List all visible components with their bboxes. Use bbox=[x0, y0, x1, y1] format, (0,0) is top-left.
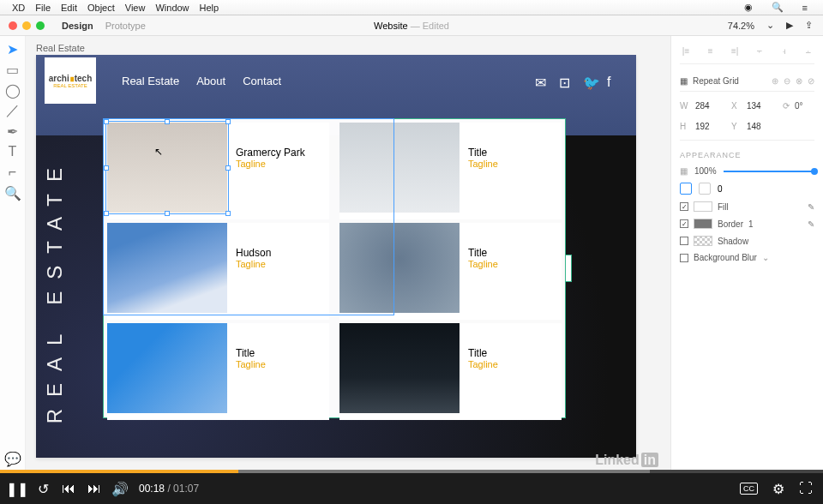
menu-help[interactable]: Help bbox=[200, 3, 219, 13]
minimize-button[interactable] bbox=[22, 21, 31, 30]
canvas[interactable]: Real Estate REAL ESTATE archi∎tech REAL … bbox=[26, 36, 670, 473]
boolean-exclude-icon[interactable]: ⊘ bbox=[808, 76, 814, 86]
height-input[interactable] bbox=[695, 119, 726, 133]
boolean-intersect-icon[interactable]: ⊗ bbox=[796, 76, 802, 86]
eyedropper-icon[interactable]: ✎ bbox=[808, 219, 814, 229]
tab-design[interactable]: Design bbox=[62, 21, 93, 31]
menu-app[interactable]: XD bbox=[12, 3, 25, 13]
grid-card: Gramercy ParkTagline bbox=[107, 123, 329, 219]
corner-same-icon[interactable] bbox=[680, 183, 692, 195]
card-tagline: Tagline bbox=[468, 259, 498, 269]
pen-tool[interactable]: ✒ bbox=[7, 125, 19, 137]
card-image bbox=[107, 323, 227, 413]
next-button[interactable]: ⏭ bbox=[87, 482, 101, 495]
watermark: Linkedin bbox=[593, 453, 658, 468]
video-progress[interactable] bbox=[0, 470, 823, 473]
corner-radius-input[interactable] bbox=[718, 184, 743, 194]
menu-window[interactable]: Window bbox=[155, 3, 189, 13]
pause-button[interactable]: ❚❚ bbox=[10, 482, 24, 495]
menu-view[interactable]: View bbox=[125, 3, 146, 13]
menu-file[interactable]: File bbox=[35, 3, 51, 13]
card-title: Title bbox=[236, 347, 266, 359]
comment-icon[interactable]: 💬 bbox=[7, 453, 19, 465]
opacity-value[interactable]: 100% bbox=[694, 166, 717, 176]
x-input[interactable] bbox=[747, 99, 778, 112]
zoom-level[interactable]: 74.2% bbox=[728, 21, 754, 31]
mac-menu-bar: XD File Edit Object View Window Help ◉ 🔍… bbox=[0, 0, 823, 15]
zoom-tool[interactable]: 🔍 bbox=[7, 187, 19, 199]
card-image bbox=[339, 223, 460, 313]
fill-checkbox[interactable]: ✓ bbox=[680, 202, 688, 211]
artboard-tool[interactable]: ⌐ bbox=[7, 166, 19, 178]
screencast-icon[interactable]: ◉ bbox=[744, 2, 753, 13]
shadow-checkbox[interactable] bbox=[680, 237, 688, 245]
twitter-icon: 🐦 bbox=[583, 75, 595, 87]
spotlight-icon[interactable]: 🔍 bbox=[772, 2, 784, 13]
document-title: Website — Edited bbox=[374, 21, 449, 31]
card-tagline: Tagline bbox=[468, 359, 498, 369]
repeat-grid-icon: ▦ bbox=[680, 76, 688, 86]
chevron-down-icon[interactable]: ⌄ bbox=[766, 20, 774, 31]
mail-icon: ✉ bbox=[535, 75, 547, 87]
grid-card: TitleTagline bbox=[339, 223, 562, 320]
border-swatch[interactable] bbox=[694, 219, 712, 229]
select-tool[interactable]: ➤ bbox=[7, 43, 19, 55]
card-tagline: Tagline bbox=[236, 159, 305, 169]
align-bottom-icon[interactable]: ⫠ bbox=[802, 45, 814, 57]
nav-link: Contact bbox=[243, 75, 281, 87]
border-checkbox[interactable]: ✓ bbox=[680, 219, 688, 228]
eyedropper-icon[interactable]: ✎ bbox=[808, 202, 814, 212]
text-tool[interactable]: T bbox=[7, 146, 19, 158]
cc-button[interactable]: CC bbox=[740, 483, 758, 495]
opacity-icon: ▦ bbox=[680, 166, 688, 176]
card-title: Hudson bbox=[236, 247, 271, 259]
fill-swatch[interactable] bbox=[694, 201, 712, 212]
line-tool[interactable]: ／ bbox=[7, 105, 19, 117]
rotate-icon[interactable]: ⟳ bbox=[783, 101, 790, 111]
prev-button[interactable]: ⏮ bbox=[62, 482, 75, 495]
y-input[interactable] bbox=[747, 119, 778, 133]
chevron-down-icon[interactable]: ⌄ bbox=[762, 253, 769, 262]
settings-gear-icon[interactable]: ⚙ bbox=[772, 482, 785, 495]
instagram-icon: ⊡ bbox=[559, 75, 571, 87]
card-image bbox=[107, 123, 227, 213]
opacity-slider[interactable] bbox=[724, 171, 814, 172]
border-width[interactable]: 1 bbox=[748, 219, 754, 229]
repeat-grid-button[interactable]: Repeat Grid bbox=[693, 76, 739, 86]
artboard[interactable]: REAL ESTATE archi∎tech REAL ESTATE Real … bbox=[36, 55, 636, 458]
menu-object[interactable]: Object bbox=[87, 3, 115, 13]
shadow-swatch[interactable] bbox=[694, 236, 712, 246]
app-title-bar: Design Prototype Website — Edited 74.2% … bbox=[0, 15, 823, 36]
align-center-icon[interactable]: ≡ bbox=[705, 45, 717, 57]
ellipse-tool[interactable]: ◯ bbox=[7, 84, 19, 96]
replay-button[interactable]: ↺ bbox=[36, 482, 50, 495]
corner-independent-icon[interactable] bbox=[699, 183, 711, 195]
rectangle-tool[interactable]: ▭ bbox=[7, 63, 19, 75]
fullscreen-button[interactable]: ⛶ bbox=[799, 482, 813, 495]
repeat-grid[interactable]: Gramercy ParkTagline TitleTagline Hudson… bbox=[103, 118, 566, 418]
site-logo: archi∎tech REAL ESTATE bbox=[45, 57, 96, 104]
artboard-label[interactable]: Real Estate bbox=[36, 43, 85, 53]
boolean-add-icon[interactable]: ⊕ bbox=[772, 76, 778, 86]
card-image bbox=[339, 123, 460, 213]
blur-checkbox[interactable] bbox=[680, 254, 688, 262]
volume-button[interactable]: 🔊 bbox=[113, 482, 127, 495]
facebook-icon: f bbox=[607, 75, 619, 87]
close-button[interactable] bbox=[9, 21, 17, 30]
align-right-icon[interactable]: ≡| bbox=[729, 45, 741, 57]
width-input[interactable] bbox=[695, 99, 726, 112]
rotation-value[interactable]: 0° bbox=[795, 101, 803, 111]
app-window: XD File Edit Object View Window Help ◉ 🔍… bbox=[0, 0, 823, 473]
share-button[interactable]: ⇪ bbox=[805, 20, 813, 31]
align-left-icon[interactable]: |≡ bbox=[680, 45, 692, 57]
align-top-icon[interactable]: ⫟ bbox=[754, 45, 766, 57]
boolean-subtract-icon[interactable]: ⊖ bbox=[784, 76, 790, 86]
preview-button[interactable]: ▶ bbox=[786, 20, 793, 31]
align-middle-icon[interactable]: ⫞ bbox=[778, 45, 790, 57]
menu-edit[interactable]: Edit bbox=[61, 3, 77, 13]
zoom-button[interactable] bbox=[36, 21, 45, 30]
mode-tabs: Design Prototype bbox=[62, 21, 146, 31]
side-text: REAL ESTATE bbox=[43, 156, 67, 423]
tab-prototype[interactable]: Prototype bbox=[105, 21, 146, 31]
menubar-extra-icon[interactable]: ≡ bbox=[802, 3, 808, 13]
